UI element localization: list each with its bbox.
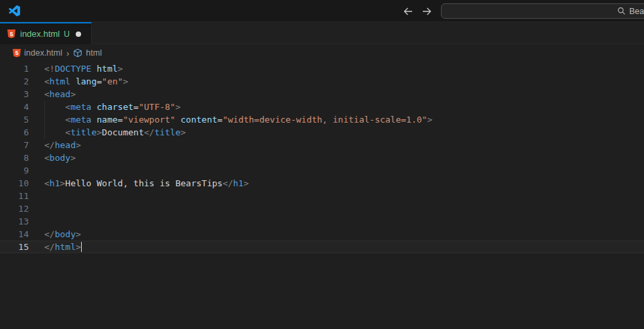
chevron-right-icon: › <box>66 48 69 58</box>
git-status-badge: U <box>64 29 70 39</box>
text-cursor <box>81 242 82 252</box>
breadcrumb-file-label: index.html <box>24 48 62 58</box>
symbol-cube-icon <box>73 48 82 58</box>
line-number: 1 <box>0 62 29 75</box>
line-content: </head> <box>44 139 81 151</box>
breadcrumb-item-symbol[interactable]: html <box>73 48 102 58</box>
line-content: <html lang="en"> <box>44 75 128 88</box>
code-line[interactable]: 13 <box>0 215 644 228</box>
code-line[interactable]: 10<h1>Hello World, this is BearsTips</h1… <box>0 177 644 190</box>
code-line[interactable]: 2<html lang="en"> <box>0 75 644 88</box>
unsaved-changes-dot[interactable] <box>76 31 81 37</box>
line-content: </html> <box>44 241 82 253</box>
code-line[interactable]: 14</body> <box>0 228 644 241</box>
line-number: 10 <box>0 177 29 190</box>
line-number: 6 <box>0 126 29 139</box>
vscode-logo-icon <box>9 5 20 17</box>
line-content: <title>Document</title> <box>44 126 186 139</box>
line-number: 9 <box>0 164 29 177</box>
line-number: 3 <box>0 88 29 101</box>
line-number: 7 <box>0 139 29 151</box>
history-navigation <box>402 5 432 17</box>
line-number: 8 <box>0 151 29 164</box>
html5-icon: 5 <box>7 29 15 38</box>
search-icon <box>617 7 626 15</box>
title-bar: Bea <box>0 0 644 22</box>
code-line[interactable]: 9 <box>0 164 644 177</box>
line-content: </body> <box>44 228 81 241</box>
line-number: 4 <box>0 101 29 113</box>
arrow-left-icon <box>403 6 413 17</box>
line-content: <h1>Hello World, this is BearsTips</h1> <box>44 177 249 190</box>
code-line[interactable]: 12 <box>0 202 644 215</box>
line-number: 11 <box>0 190 29 202</box>
line-content: <!DOCTYPE html> <box>44 62 123 75</box>
tab-label: index.html <box>20 29 60 39</box>
code-line[interactable]: 11 <box>0 190 644 202</box>
code-line[interactable]: 1<!DOCTYPE html> <box>0 62 644 75</box>
code-line[interactable]: 5 <meta name="viewport" content="width=d… <box>0 113 644 126</box>
line-number: 13 <box>0 215 29 228</box>
line-number: 5 <box>0 113 29 126</box>
command-center-text: Bea <box>629 7 644 16</box>
back-button[interactable] <box>402 5 413 17</box>
editor[interactable]: 1<!DOCTYPE html>2<html lang="en">3<head>… <box>0 62 644 253</box>
line-number: 15 <box>0 241 29 253</box>
forward-button[interactable] <box>421 5 432 17</box>
line-number: 2 <box>0 75 29 88</box>
code-line[interactable]: 3<head> <box>0 88 644 101</box>
breadcrumb-item-file[interactable]: 5 index.html <box>13 48 62 58</box>
code-line[interactable]: 8<body> <box>0 151 644 164</box>
line-number: 12 <box>0 202 29 215</box>
indent-guide <box>44 101 45 139</box>
tab-index-html[interactable]: 5 index.html U <box>0 22 92 44</box>
html5-icon: 5 <box>13 49 21 58</box>
tab-bar: 5 index.html U <box>0 22 644 44</box>
line-content: <meta charset="UTF-8"> <box>44 101 181 113</box>
code-line[interactable]: 15</html> <box>0 241 644 253</box>
breadcrumb: 5 index.html › html <box>0 44 644 62</box>
line-content: <meta name="viewport" content="width=dev… <box>44 113 432 126</box>
breadcrumb-symbol-label: html <box>86 48 102 58</box>
arrow-right-icon <box>422 6 432 17</box>
line-number: 14 <box>0 228 29 241</box>
line-content: <head> <box>44 88 76 101</box>
code-line[interactable]: 4 <meta charset="UTF-8"> <box>0 101 644 113</box>
code-lines: 1<!DOCTYPE html>2<html lang="en">3<head>… <box>0 62 644 253</box>
code-line[interactable]: 6 <title>Document</title> <box>0 126 644 139</box>
code-line[interactable]: 7</head> <box>0 139 644 151</box>
line-content: <body> <box>44 151 76 164</box>
command-center-search[interactable]: Bea <box>441 3 644 19</box>
